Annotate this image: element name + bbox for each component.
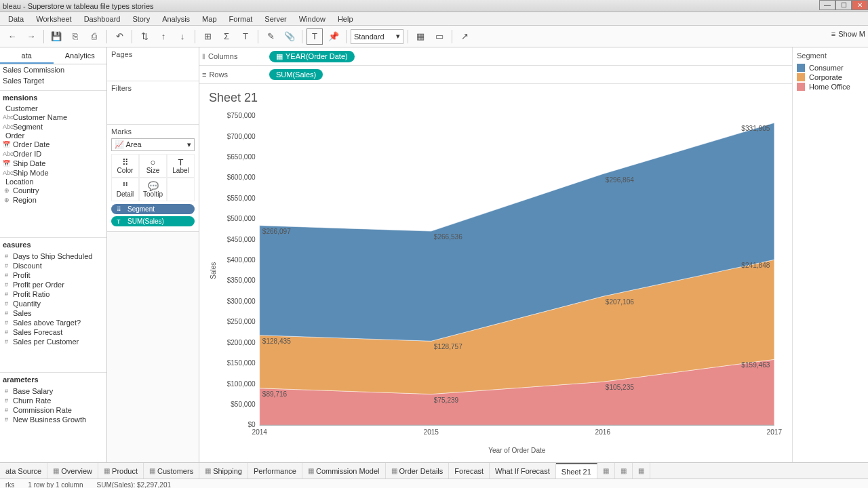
parameter-field[interactable]: #Churn Rate [0,396,106,405]
mark-pill[interactable]: TSUM(Sales) [111,216,195,226]
menu-help[interactable]: Help [332,14,359,24]
parameter-field[interactable]: #Commission Rate [0,405,106,415]
dimension-field[interactable]: AbcSegment [0,122,106,131]
highlight-button[interactable]: ✎ [262,28,279,45]
back-button[interactable]: ← [4,28,20,45]
measure-field[interactable]: #Discount [0,261,106,270]
dimension-field[interactable]: ⊕Country [0,186,106,195]
minimize-button[interactable]: — [819,0,835,10]
tab-ata-source[interactable]: ata Source [0,463,47,479]
tab-forecast[interactable]: Forecast [449,463,490,479]
fit-select[interactable]: Standard▾ [351,29,403,44]
pin2-button[interactable]: 📌 [326,28,342,45]
save-button[interactable]: 💾 [48,28,64,45]
dimension-field[interactable]: AbcOrder ID [0,149,106,159]
mark-pill[interactable]: ⠿Segment [111,204,195,214]
tab-customers[interactable]: ▦Customers [144,463,199,479]
new-data-button[interactable]: ⎘ [67,28,83,45]
sort-desc-button[interactable]: ↓ [174,28,191,45]
tab-sheet-21[interactable]: Sheet 21 [556,463,597,479]
mark-color[interactable]: ⠿Color [111,154,139,178]
connection-item[interactable]: Sales Target [0,75,106,86]
new-worksheet-button[interactable]: ▦ [597,463,615,479]
area-chart[interactable]: $0$50,000$100,000$150,000$200,000$250,00… [205,109,787,458]
parameter-field[interactable]: #Base Salary [0,386,106,396]
connection-item[interactable]: Sales Commission [0,64,106,75]
new-dashboard-button[interactable]: ▦ [615,463,633,479]
rows-icon: ≡ [202,70,206,79]
mark-tooltip[interactable]: 💬Tooltip [139,178,167,201]
sort-asc-button[interactable]: ↑ [155,28,172,45]
share-button[interactable]: ↗ [456,28,473,45]
measure-field[interactable]: #Sales [0,308,106,318]
analytics-tab[interactable]: Analytics [54,47,107,64]
tab-commission-model[interactable]: ▦Commission Model [302,463,386,479]
undo-button[interactable]: ↶ [111,28,127,45]
dimension-field[interactable]: Order [0,131,106,140]
tab-order-details[interactable]: ▦Order Details [386,463,450,479]
mark-size[interactable]: ○Size [139,154,167,178]
legend-item[interactable]: Consumer [797,64,864,72]
legend-item[interactable]: Home Office [797,83,864,91]
rows-shelf[interactable]: ≡Rows SUM(Sales) [199,66,792,84]
tab-overview[interactable]: ▦Overview [47,463,98,479]
mark-label[interactable]: TLabel [167,154,195,178]
measure-field[interactable]: #Days to Ship Scheduled [0,251,106,261]
label-button[interactable]: T [307,28,323,45]
dimension-field[interactable]: 📅Ship Date [0,159,106,168]
close-button[interactable]: ✕ [852,0,868,10]
device-button[interactable]: ▭ [431,28,448,45]
columns-shelf[interactable]: ⦀Columns ▦YEAR(Order Date) [199,47,792,66]
tab-what-if-forecast[interactable]: What If Forecast [490,463,556,479]
menu-dashboard[interactable]: Dashboard [79,14,126,24]
menu-data[interactable]: Data [3,14,29,24]
totals-button[interactable]: Σ [218,28,235,45]
maximize-button[interactable]: ☐ [835,0,852,10]
measure-field[interactable]: #Profit per Order [0,280,106,289]
chart[interactable]: $0$50,000$100,000$150,000$200,000$250,00… [205,109,787,462]
menu-story[interactable]: Story [127,14,155,24]
dimension-field[interactable]: 📅Order Date [0,140,106,149]
dimension-field[interactable]: ⊕Region [0,195,106,205]
measure-field[interactable]: #Sales Forecast [0,327,106,337]
data-label: $266,536 [434,233,462,241]
measure-field[interactable]: #Quantity [0,299,106,308]
measure-field[interactable]: #Profit Ratio [0,289,106,299]
forward-button[interactable]: → [23,28,39,45]
dimension-field[interactable]: Customer [0,104,106,113]
main: ata Analytics Sales CommissionSales Targ… [0,47,868,462]
mark-type-select[interactable]: 📈 Area ▾ [111,138,195,151]
rows-pill[interactable]: SUM(Sales) [269,69,323,80]
menu-window[interactable]: Window [294,14,331,24]
dimension-field[interactable]: AbcShip Mode [0,168,106,178]
sheet-title[interactable]: Sheet 21 [209,91,787,105]
columns-pill[interactable]: ▦YEAR(Order Date) [269,51,355,62]
tab-performance[interactable]: Performance [248,463,302,479]
menu-map[interactable]: Map [197,14,222,24]
parameter-field[interactable]: #New Business Growth [0,415,106,424]
tab-shipping[interactable]: ▦Shipping [199,463,248,479]
mark-detail[interactable]: ⠛Detail [111,178,139,201]
show-me-button[interactable]: ≡ Show M [831,30,865,38]
group-button[interactable]: ⊞ [199,28,216,45]
presentation-button[interactable]: ▦ [412,28,429,45]
filters-card[interactable]: Filters [107,81,199,125]
menu-worksheet[interactable]: Worksheet [31,14,77,24]
tab-product[interactable]: ▦Product [98,463,144,479]
measure-field[interactable]: #Profit [0,270,106,280]
data-tab[interactable]: ata [0,47,54,64]
swap-button[interactable]: ⇅ [136,28,153,45]
legend-item[interactable]: Corporate [797,73,864,81]
dimension-field[interactable]: Location [0,178,106,186]
abc-button[interactable]: T [237,28,254,45]
measure-field[interactable]: #Sales per Customer [0,337,106,346]
menu-server[interactable]: Server [259,14,292,24]
measure-field[interactable]: #Sales above Target? [0,318,106,327]
pages-card[interactable]: Pages [107,47,199,81]
menu-analysis[interactable]: Analysis [157,14,195,24]
pin-button[interactable]: 📎 [281,28,298,45]
new-story-button[interactable]: ▦ [633,463,650,479]
menu-format[interactable]: Format [224,14,258,24]
dimension-field[interactable]: AbcCustomer Name [0,113,106,122]
new-worksheet-button[interactable]: ⎙ [86,28,102,45]
